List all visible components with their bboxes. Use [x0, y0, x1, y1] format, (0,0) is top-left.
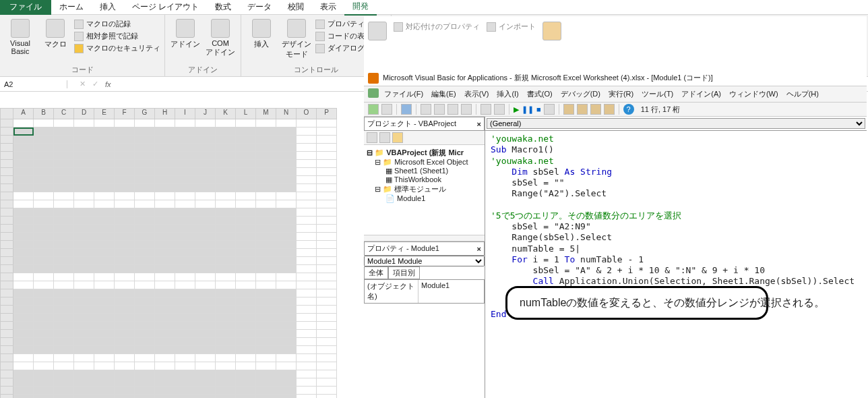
prop-tab-categorized[interactable]: 項目別	[388, 266, 420, 279]
insert-button[interactable]: 挿入	[245, 16, 278, 49]
name-box[interactable]: A2	[0, 80, 67, 88]
prop-name-value[interactable]: Module1	[418, 280, 452, 303]
col-header[interactable]: K	[216, 108, 236, 119]
group-label-addins: アドイン	[169, 63, 237, 76]
cursor-position: 11 行, 17 桁	[641, 105, 681, 115]
vbe-titlebar: Microsoft Visual Basic for Applications …	[364, 70, 867, 86]
record-macro-button[interactable]: マクロの記録	[74, 19, 160, 29]
copy-icon[interactable]	[434, 104, 445, 115]
view-code-icon[interactable]	[367, 132, 377, 143]
col-header[interactable]: F	[115, 108, 135, 119]
view-excel-icon[interactable]	[368, 104, 379, 115]
tab-developer[interactable]: 開発	[344, 0, 377, 16]
menu-tools[interactable]: ツール(T)	[639, 88, 676, 100]
menu-file[interactable]: ファイル(F)	[381, 88, 426, 100]
col-header[interactable]: B	[34, 108, 54, 119]
code-object-combo[interactable]: (General)	[487, 118, 865, 129]
project-panel-title: プロジェクト - VBAProject ×	[364, 117, 485, 131]
reset-icon[interactable]: ■	[536, 105, 541, 113]
col-header[interactable]: C	[54, 108, 74, 119]
prop-name-label: (オブジェクト名)	[365, 280, 418, 303]
tab-file[interactable]: ファイル	[0, 0, 51, 15]
visual-basic-button[interactable]: Visual Basic	[4, 16, 36, 55]
menu-insert[interactable]: 挿入(I)	[494, 88, 521, 100]
code-editor[interactable]: 'youwaka.net Sub Macro1() 'youwaka.net D…	[485, 131, 867, 398]
menu-help[interactable]: ヘルプ(H)	[784, 88, 822, 100]
help-icon[interactable]: ?	[623, 104, 634, 115]
worksheet[interactable]: ABCDEFGHIJKLMNOP	[0, 108, 364, 398]
group-addins: アドイン COM アドイン アドイン	[165, 15, 241, 76]
project-explorer-icon[interactable]	[563, 104, 574, 115]
cut-icon[interactable]	[421, 104, 431, 115]
col-header[interactable]: J	[195, 108, 216, 119]
source-button[interactable]	[368, 19, 387, 40]
tree-sheet1[interactable]: ▦ Sheet1 (Sheet1)	[367, 167, 482, 175]
toolbox-icon[interactable]	[604, 104, 615, 115]
doc-panel-button[interactable]	[542, 19, 561, 40]
tab-data[interactable]: データ	[239, 0, 280, 15]
macros-button[interactable]: マクロ	[39, 16, 71, 49]
enter-icon[interactable]: ✓	[92, 80, 98, 88]
col-header[interactable]: A	[13, 108, 34, 119]
tab-formulas[interactable]: 数式	[207, 0, 239, 15]
project-tree[interactable]: ⊟ 📁 VBAProject (新規 Micr ⊟ 📁 Microsoft Ex…	[364, 145, 485, 235]
map-properties-button[interactable]: 対応付けのプロパティ	[394, 22, 480, 32]
tree-module1[interactable]: 📄 Module1	[367, 194, 482, 203]
vbe-logo-icon	[368, 88, 379, 98]
annotation-callout: numTableの数値を変えると、その数値分レンジが選択される。	[505, 286, 768, 320]
com-addins-button[interactable]: COM アドイン	[204, 16, 237, 57]
col-header[interactable]: O	[297, 108, 317, 119]
col-header[interactable]: L	[236, 108, 256, 119]
relative-ref-button[interactable]: 相対参照で記録	[74, 31, 160, 41]
col-header[interactable]: D	[74, 108, 94, 119]
view-object-icon[interactable]	[379, 132, 390, 143]
break-icon[interactable]: ❚❚	[522, 105, 534, 114]
save-icon[interactable]	[401, 104, 412, 115]
tab-pagelayout[interactable]: ページ レイアウト	[124, 0, 207, 15]
addins-button[interactable]: アドイン	[169, 16, 202, 49]
design-icon[interactable]	[544, 104, 555, 115]
object-browser-icon[interactable]	[590, 104, 601, 115]
menu-window[interactable]: ウィンドウ(W)	[726, 88, 781, 100]
menu-view[interactable]: 表示(V)	[462, 88, 492, 100]
tab-insert[interactable]: 挿入	[92, 0, 124, 15]
design-mode-button[interactable]: デザイン モード	[280, 16, 313, 59]
paste-icon[interactable]	[447, 104, 458, 115]
menu-edit[interactable]: 編集(E)	[429, 88, 459, 100]
vbe-title-text: Microsoft Visual Basic for Applications …	[383, 73, 713, 83]
toggle-folders-icon[interactable]	[392, 132, 403, 143]
menu-debug[interactable]: デバッグ(D)	[558, 88, 603, 100]
col-header[interactable]: E	[94, 108, 115, 119]
redo-icon[interactable]	[494, 104, 505, 115]
find-icon[interactable]	[461, 104, 472, 115]
col-header[interactable]: P	[317, 108, 337, 119]
macro-security-button[interactable]: マクロのセキュリティ	[74, 43, 160, 53]
tree-thisworkbook[interactable]: ▦ ThisWorkbook	[367, 175, 482, 184]
import-button[interactable]: インポート	[487, 22, 536, 32]
col-header[interactable]: I	[175, 108, 195, 119]
vbe-menubar[interactable]: ファイル(F) 編集(E) 表示(V) 挿入(I) 書式(O) デバッグ(D) …	[364, 86, 867, 103]
tab-home[interactable]: ホーム	[51, 0, 92, 15]
menu-addins[interactable]: アドイン(A)	[679, 88, 724, 100]
col-header[interactable]: H	[155, 108, 175, 119]
cancel-icon[interactable]: ✕	[80, 80, 86, 88]
close-icon[interactable]: ×	[477, 245, 481, 253]
group-code: Visual Basic マクロ マクロの記録 相対参照で記録 マクロのセキュリ…	[0, 15, 165, 76]
tab-review[interactable]: 校閲	[280, 0, 312, 15]
fx-icon[interactable]: fx	[105, 80, 111, 88]
properties-window-icon[interactable]	[577, 104, 588, 115]
properties-object-combo[interactable]: Module1 Module	[364, 256, 485, 266]
select-all-corner[interactable]	[0, 108, 13, 119]
tab-view[interactable]: 表示	[312, 0, 344, 15]
run-icon[interactable]: ▶	[514, 105, 519, 114]
col-header[interactable]: M	[256, 108, 276, 119]
insert-module-icon[interactable]	[381, 104, 392, 115]
group-label-code: コード	[4, 63, 160, 76]
col-header[interactable]: G	[135, 108, 155, 119]
menu-run[interactable]: 実行(R)	[606, 88, 636, 100]
menu-format[interactable]: 書式(O)	[524, 88, 555, 100]
col-header[interactable]: N	[276, 108, 297, 119]
undo-icon[interactable]	[480, 104, 491, 115]
close-icon[interactable]: ×	[477, 120, 481, 128]
prop-tab-all[interactable]: 全体	[364, 266, 388, 279]
